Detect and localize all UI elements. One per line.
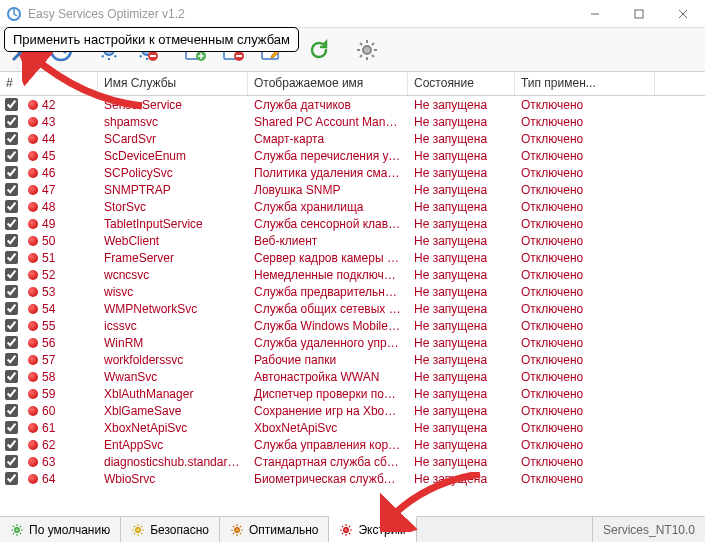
table-row[interactable]: 56WinRMСлужба удаленного управле...Не за… (0, 334, 705, 351)
table-row[interactable]: 54WMPNetworkSvcСлужба общих сетевых ресу… (0, 300, 705, 317)
row-checkbox-cell (0, 353, 22, 366)
maximize-button[interactable] (617, 0, 661, 27)
display-name: Стандартная служба сборщи... (248, 455, 408, 469)
row-checkbox[interactable] (5, 132, 18, 145)
row-checkbox[interactable] (5, 183, 18, 196)
gear-icon (339, 523, 353, 537)
startup-type: Отключено (515, 472, 655, 486)
row-checkbox[interactable] (5, 370, 18, 383)
table-row[interactable]: 48StorSvcСлужба хранилищаНе запущенаОткл… (0, 198, 705, 215)
service-name: SensorService (98, 98, 248, 112)
table-row[interactable]: 64WbioSrvcБиометрическая служба Win...Не… (0, 470, 705, 487)
table-row[interactable]: 55icssvcСлужба Windows Mobile HotspotНе … (0, 317, 705, 334)
header-name[interactable]: Имя Службы (98, 72, 248, 95)
table-row[interactable]: 61XboxNetApiSvcXboxNetApiSvcНе запущенаО… (0, 419, 705, 436)
row-checkbox[interactable] (5, 387, 18, 400)
row-checkbox[interactable] (5, 251, 18, 264)
table-row[interactable]: 47SNMPTRAPЛовушка SNMPНе запущенаОтключе… (0, 181, 705, 198)
tab-safe[interactable]: Безопасно (121, 517, 220, 542)
header-state[interactable]: Состояние (408, 72, 515, 95)
table-row[interactable]: 52wcncsvcНемедленные подключения W...Не … (0, 266, 705, 283)
minimize-button[interactable] (573, 0, 617, 27)
header-pound[interactable]: # (0, 72, 98, 95)
row-checkbox-cell (0, 336, 22, 349)
display-name: Смарт-карта (248, 132, 408, 146)
display-name: Служба управления корпора... (248, 438, 408, 452)
options-button[interactable] (350, 33, 384, 67)
row-checkbox[interactable] (5, 234, 18, 247)
row-checkbox[interactable] (5, 166, 18, 179)
table-row[interactable]: 43shpamsvcShared PC Account ManagerНе за… (0, 113, 705, 130)
table-row[interactable]: 57workfolderssvcРабочие папкиНе запущена… (0, 351, 705, 368)
service-name: StorSvc (98, 200, 248, 214)
row-number-cell: 50 (22, 234, 98, 248)
table-row[interactable]: 59XblAuthManagerДиспетчер проверки подли… (0, 385, 705, 402)
state: Не запущена (408, 455, 515, 469)
row-checkbox[interactable] (5, 149, 18, 162)
header-type[interactable]: Тип примен... (515, 72, 655, 95)
gear-icon (131, 523, 145, 537)
table-row[interactable]: 53wisvcСлужба предварительной оц...Не за… (0, 283, 705, 300)
tab-label: Безопасно (150, 523, 209, 537)
row-checkbox[interactable] (5, 268, 18, 281)
table-row[interactable]: 63diagnosticshub.standardc...Стандартная… (0, 453, 705, 470)
tab-optimal[interactable]: Оптимально (220, 517, 330, 542)
table-row[interactable]: 46SCPolicySvcПолитика удаления смарт-кар… (0, 164, 705, 181)
row-checkbox[interactable] (5, 336, 18, 349)
status-dot-icon (28, 270, 38, 280)
service-name: WebClient (98, 234, 248, 248)
startup-type: Отключено (515, 98, 655, 112)
tab-extreme[interactable]: Экстрим (329, 516, 416, 542)
row-number: 52 (42, 268, 55, 282)
row-checkbox[interactable] (5, 455, 18, 468)
header-display[interactable]: Отображаемое имя (248, 72, 408, 95)
table-row[interactable]: 60XblGameSaveСохранение игр на Xbox Live… (0, 402, 705, 419)
row-checkbox[interactable] (5, 302, 18, 315)
service-name: shpamsvc (98, 115, 248, 129)
grid-body[interactable]: 42SensorServiceСлужба датчиковНе запущен… (0, 96, 705, 493)
display-name: Веб-клиент (248, 234, 408, 248)
table-row[interactable]: 42SensorServiceСлужба датчиковНе запущен… (0, 96, 705, 113)
tab-label: Оптимально (249, 523, 319, 537)
row-number: 62 (42, 438, 55, 452)
table-row[interactable]: 50WebClientВеб-клиентНе запущенаОтключен… (0, 232, 705, 249)
table-row[interactable]: 62EntAppSvcСлужба управления корпора...Н… (0, 436, 705, 453)
startup-type: Отключено (515, 455, 655, 469)
gear-icon (10, 523, 24, 537)
state: Не запущена (408, 166, 515, 180)
row-number-cell: 47 (22, 183, 98, 197)
row-number: 58 (42, 370, 55, 384)
row-checkbox[interactable] (5, 285, 18, 298)
row-number: 47 (42, 183, 55, 197)
row-checkbox[interactable] (5, 472, 18, 485)
row-checkbox[interactable] (5, 404, 18, 417)
status-dot-icon (28, 253, 38, 263)
row-checkbox-cell (0, 404, 22, 417)
service-name: WMPNetworkSvc (98, 302, 248, 316)
table-row[interactable]: 51FrameServerСервер кадров камеры Windo.… (0, 249, 705, 266)
row-checkbox[interactable] (5, 438, 18, 451)
row-checkbox[interactable] (5, 353, 18, 366)
row-checkbox[interactable] (5, 421, 18, 434)
row-number: 48 (42, 200, 55, 214)
refresh-button[interactable] (302, 33, 336, 67)
state: Не запущена (408, 132, 515, 146)
close-button[interactable] (661, 0, 705, 27)
service-name: workfolderssvc (98, 353, 248, 367)
row-checkbox[interactable] (5, 115, 18, 128)
service-name: wcncsvc (98, 268, 248, 282)
row-checkbox[interactable] (5, 319, 18, 332)
table-row[interactable]: 44SCardSvrСмарт-картаНе запущенаОтключен… (0, 130, 705, 147)
state: Не запущена (408, 285, 515, 299)
startup-type: Отключено (515, 319, 655, 333)
tab-default[interactable]: По умолчанию (0, 517, 121, 542)
startup-type: Отключено (515, 421, 655, 435)
row-checkbox[interactable] (5, 200, 18, 213)
table-row[interactable]: 45ScDeviceEnumСлужба перечисления устрой… (0, 147, 705, 164)
row-checkbox[interactable] (5, 98, 18, 111)
status-dot-icon (28, 457, 38, 467)
row-checkbox[interactable] (5, 217, 18, 230)
table-row[interactable]: 49TabletInputServiceСлужба сенсорной кла… (0, 215, 705, 232)
svg-rect-20 (236, 55, 242, 57)
table-row[interactable]: 58WwanSvcАвтонастройка WWANНе запущенаОт… (0, 368, 705, 385)
